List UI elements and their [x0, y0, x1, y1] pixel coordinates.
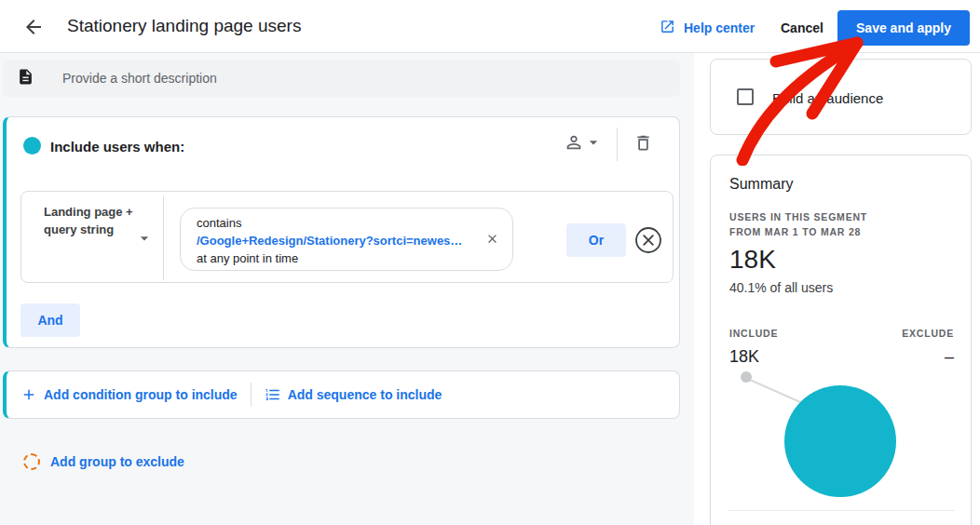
filter-value-chip[interactable]: contains /Google+Redesign/Stationery?sor… [180, 208, 513, 271]
dashed-circle-icon [23, 453, 40, 470]
segment-builder-pane: Provide a short description Include user… [0, 53, 694, 525]
add-exclude-group-link[interactable]: Add group to exclude [23, 453, 184, 470]
segment-pie-chart [711, 365, 973, 525]
help-center-link[interactable]: Help center [660, 19, 755, 37]
cancel-button[interactable]: Cancel [775, 20, 829, 36]
include-group-card: Include users when: Landing page + query… [3, 116, 680, 348]
scope-label: at any point in time [197, 249, 499, 267]
trash-icon[interactable] [633, 133, 653, 156]
add-condition-group-label: Add condition group to include [44, 387, 238, 402]
include-column-label: INCLUDE [729, 328, 778, 339]
links-divider [251, 383, 252, 407]
include-indicator-dot [23, 137, 41, 155]
build-audience-card: Build an audience [710, 59, 972, 135]
condition-row: Landing page + query string contains /Go… [20, 191, 674, 283]
pie-leader-dot [741, 371, 752, 383]
summary-users-count: 18K [729, 245, 776, 275]
summary-card: Summary USERS IN THIS SEGMENT FROM MAR 1… [710, 155, 972, 525]
build-audience-label: Build an audience [772, 90, 883, 106]
back-arrow-icon[interactable] [22, 16, 45, 38]
add-sequence-link[interactable]: Add sequence to include [265, 386, 442, 403]
summary-scope-line2: FROM MAR 1 TO MAR 28 [729, 226, 861, 237]
filter-value[interactable]: /Google+Redesign/Stationery?sortci=newes… [197, 232, 462, 249]
chevron-down-icon [584, 133, 603, 152]
add-group-card: Add condition group to include Add seque… [3, 370, 680, 419]
pie-include-slice [784, 385, 896, 497]
open-in-new-icon [660, 19, 675, 37]
dimension-label: Landing page + query string [44, 203, 135, 238]
save-and-apply-button[interactable]: Save and apply [837, 10, 970, 46]
add-sequence-label: Add sequence to include [288, 387, 442, 402]
help-center-label: Help center [684, 20, 755, 35]
remove-condition-icon[interactable] [634, 226, 662, 254]
summary-users-percent: 40.1% of all users [729, 280, 833, 295]
description-field[interactable]: Provide a short description [3, 60, 680, 97]
include-group-title: Include users when: [50, 139, 184, 155]
or-button[interactable]: Or [566, 223, 626, 257]
person-icon [564, 132, 584, 153]
and-button[interactable]: And [20, 303, 80, 337]
add-condition-group-link[interactable]: Add condition group to include [20, 386, 238, 403]
include-users-value: 18K [729, 347, 759, 367]
summary-pane: Build an audience Summary USERS IN THIS … [694, 53, 980, 525]
exclude-users-value: – [945, 347, 954, 367]
segment-builder-screen: Stationery landing page users Help cente… [0, 0, 980, 525]
description-doc-icon [17, 68, 34, 89]
page-title: Stationery landing page users [67, 16, 301, 36]
chevron-down-icon [135, 229, 154, 251]
summary-title: Summary [729, 176, 793, 193]
user-scope-dropdown[interactable] [564, 132, 603, 153]
header-divider [617, 128, 618, 161]
numbered-list-icon [265, 386, 281, 403]
app-header: Stationery landing page users Help cente… [0, 0, 980, 53]
operator-label: contains [197, 214, 499, 232]
plus-icon [20, 386, 37, 403]
dimension-dropdown[interactable]: Landing page + query string [21, 192, 163, 284]
summary-scope-line1: USERS IN THIS SEGMENT [729, 211, 867, 222]
description-placeholder: Provide a short description [62, 71, 217, 86]
condition-divider [163, 195, 164, 280]
summary-divider [728, 510, 955, 511]
clear-value-icon[interactable] [485, 232, 499, 249]
exclude-column-label: EXCLUDE [902, 328, 954, 339]
add-exclude-group-label: Add group to exclude [50, 454, 184, 469]
build-audience-checkbox[interactable] [737, 88, 754, 105]
